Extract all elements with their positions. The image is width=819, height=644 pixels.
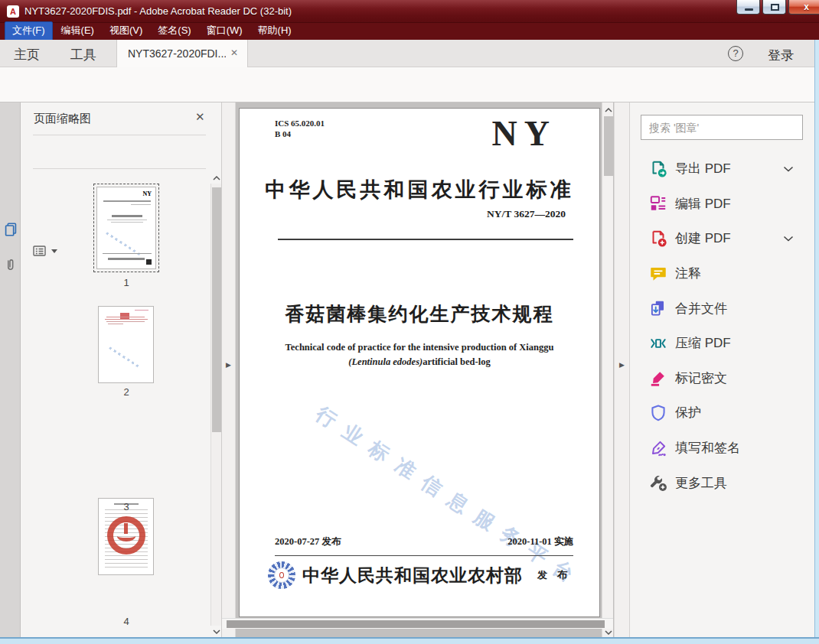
panel-title: 页面缩略图	[34, 112, 91, 126]
minimize-icon	[745, 8, 753, 11]
implementation-date: 2020-11-01 实施	[507, 535, 573, 548]
thumbnail-options-button[interactable]	[33, 245, 57, 257]
window-border-right	[814, 40, 819, 644]
page-thumbnails-panel: 页面缩略图 ✕ NY 1 2	[21, 102, 222, 637]
divider	[33, 135, 206, 135]
collapse-right-icon[interactable]: ▶	[619, 361, 625, 369]
tool-combine-files[interactable]: 合并文件	[630, 291, 815, 326]
publisher-name: 中华人民共和国农业农村部	[302, 564, 523, 587]
thumbnails-scrollbar-thumb[interactable]	[212, 187, 221, 432]
tab-document[interactable]: NYT3627-2020FDI... ✕	[116, 40, 248, 67]
doc-scrollbar-thumb[interactable]	[604, 116, 613, 176]
minimize-button[interactable]	[736, 0, 760, 15]
doc-scroll-down-icon[interactable]	[602, 628, 614, 637]
attachments-icon[interactable]	[2, 257, 19, 274]
tool-redact[interactable]: 标记密文	[630, 361, 815, 396]
tool-compress-pdf[interactable]: 压缩 PDF	[630, 326, 815, 361]
tab-close-icon[interactable]: ✕	[230, 47, 238, 58]
menu-bar: 文件(F) 编辑(E) 视图(V) 签名(S) 窗口(W) 帮助(H)	[0, 23, 819, 40]
document-tab-label: NYT3627-2020FDI...	[128, 47, 226, 60]
title-bar: A NYT3627-2020FDIS.pdf - Adobe Acrobat R…	[0, 0, 819, 23]
doc-scroll-up-icon[interactable]	[602, 106, 614, 115]
tool-more-tools[interactable]: 更多工具	[630, 465, 815, 500]
redact-icon	[648, 368, 668, 388]
protect-icon	[648, 403, 668, 423]
window-border-bottom	[0, 637, 819, 644]
date-row: 2020-07-27 发布 2020-11-01 实施	[275, 535, 573, 556]
tool-comment[interactable]: 注释	[630, 256, 815, 291]
thumbnail-label-1: 1	[93, 277, 159, 288]
panel-close-icon[interactable]: ✕	[195, 110, 205, 124]
tool-create-pdf[interactable]: 创建 PDF	[630, 221, 815, 256]
document-vertical-scrollbar[interactable]	[602, 102, 613, 637]
options-dropdown-icon	[51, 249, 57, 253]
fill-sign-icon	[648, 438, 668, 458]
tool-protect[interactable]: 保护	[630, 395, 815, 431]
tab-tools[interactable]: 工具	[70, 46, 96, 63]
thumbnail-label-3: 3	[93, 501, 159, 512]
standard-number: NY/T 3627—2020	[487, 208, 566, 220]
thumbnail-label-2: 2	[93, 386, 159, 398]
search-input[interactable]	[641, 115, 803, 140]
document-title-cn: 香菇菌棒集约化生产技术规程	[240, 301, 599, 327]
tools-panel: 导出 PDF 编辑 PDF 创建 PDF 注释	[629, 102, 814, 637]
thumb-ny-logo: NY	[142, 190, 152, 197]
tab-bar: 主页 工具 NYT3627-2020FDI... ✕ 登录	[0, 40, 814, 67]
horizontal-rule	[278, 239, 573, 240]
window-title: NYT3627-2020FDIS.pdf - Adobe Acrobat Rea…	[24, 5, 292, 17]
login-link[interactable]: 登录	[768, 47, 794, 64]
combine-files-icon	[648, 298, 668, 318]
thumbnail-page-2[interactable]	[98, 306, 154, 383]
ics-code: ICS 65.020.01 B 04	[275, 118, 325, 140]
thumbnails-scroll-up-icon[interactable]	[210, 174, 222, 183]
compress-pdf-icon	[648, 333, 668, 353]
menu-view[interactable]: 视图(V)	[103, 22, 149, 41]
thumbnails-scrollbar[interactable]	[210, 184, 221, 626]
maximize-icon	[771, 4, 779, 11]
acrobat-app-icon: A	[7, 5, 19, 18]
thumbnail-label-4: 4	[93, 616, 159, 627]
document-horizontal-scrollbar[interactable]	[222, 618, 613, 629]
close-icon: x	[789, 0, 819, 14]
issue-date: 2020-07-27 发布	[275, 535, 341, 548]
edit-pdf-icon	[648, 194, 668, 213]
comment-icon	[648, 264, 668, 284]
publish-label: 发 布	[537, 568, 571, 582]
create-pdf-icon	[648, 229, 668, 249]
ny-logo: NY	[492, 113, 556, 154]
page-thumbnails-icon[interactable]	[2, 221, 19, 238]
menu-sign[interactable]: 签名(S)	[151, 22, 197, 41]
menu-help[interactable]: 帮助(H)	[251, 22, 299, 41]
tool-export-pdf[interactable]: 导出 PDF	[630, 151, 815, 187]
divider	[33, 168, 206, 169]
document-pane[interactable]: ▶ ICS 65.020.01 B 04 NY 中华人民共和国农业行业标准 NY…	[222, 102, 629, 637]
left-panel-collapse-strip[interactable]: ▶	[222, 102, 236, 637]
document-title-en: Technical code of practice for the inten…	[240, 340, 599, 370]
export-pdf-icon	[648, 159, 668, 179]
chevron-down-icon[interactable]	[783, 166, 794, 172]
close-button[interactable]: x	[788, 0, 819, 15]
right-panel-collapse-strip[interactable]: ▶	[614, 102, 629, 637]
navigation-rail	[0, 102, 21, 637]
thumbnails-scroll-down-icon[interactable]	[210, 627, 222, 636]
menu-file[interactable]: 文件(F)	[5, 21, 53, 41]
main-toolbar: 1 / 7 52.5%	[0, 67, 814, 102]
thumbnail-page-1[interactable]: NY	[93, 184, 159, 272]
help-icon[interactable]: ?	[728, 46, 743, 61]
pdf-page[interactable]: ICS 65.020.01 B 04 NY 中华人民共和国农业行业标准 NY/T…	[239, 108, 600, 617]
menu-edit[interactable]: 编辑(E)	[54, 22, 101, 41]
tool-fill-sign[interactable]: 填写和签名	[630, 431, 815, 466]
chevron-down-icon[interactable]	[783, 236, 794, 242]
menu-window[interactable]: 窗口(W)	[200, 22, 250, 41]
ministry-emblem	[268, 561, 295, 589]
standard-type-heading: 中华人民共和国农业行业标准	[240, 176, 599, 203]
collapse-left-icon[interactable]: ▶	[226, 361, 231, 369]
tools-list: 导出 PDF 编辑 PDF 创建 PDF 注释	[630, 151, 815, 500]
tool-edit-pdf[interactable]: 编辑 PDF	[630, 187, 815, 222]
doc-hscrollbar-thumb[interactable]	[227, 620, 605, 628]
more-tools-icon	[648, 473, 668, 493]
tab-home[interactable]: 主页	[14, 46, 40, 63]
maximize-button[interactable]	[762, 0, 786, 15]
publisher-row: 中华人民共和国农业农村部 发 布	[240, 561, 599, 589]
